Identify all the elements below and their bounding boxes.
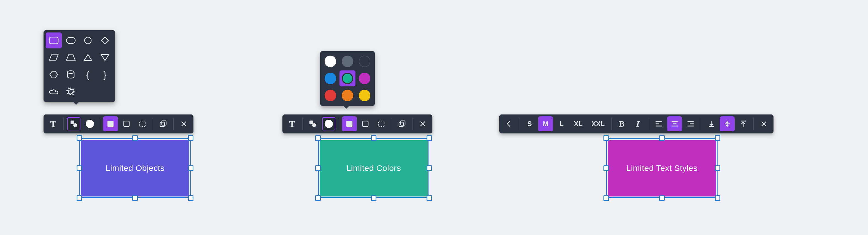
resize-handle-e[interactable] <box>427 165 432 171</box>
swatch-blue[interactable] <box>322 70 338 87</box>
separator <box>339 118 339 130</box>
resize-handle-n[interactable] <box>659 135 664 141</box>
duplicate-button[interactable] <box>156 116 170 131</box>
stroke-style-button[interactable] <box>119 116 134 131</box>
svg-point-12 <box>312 123 316 127</box>
dashed-style-button[interactable] <box>135 116 150 131</box>
delete-button[interactable] <box>176 116 191 131</box>
svg-rect-16 <box>399 122 403 127</box>
svg-rect-6 <box>107 121 114 127</box>
shape-inverted-triangle[interactable] <box>97 49 113 66</box>
resize-handle-sw[interactable] <box>603 195 609 201</box>
text-tool-button[interactable]: T <box>285 116 300 131</box>
fill-style-button[interactable] <box>103 116 118 131</box>
selected-object[interactable]: Limited Text Styles <box>606 138 717 198</box>
selected-object[interactable]: Limited Objects <box>80 138 191 198</box>
separator <box>392 118 392 130</box>
resize-handle-nw[interactable] <box>603 135 609 141</box>
shape-cloud[interactable] <box>46 83 62 100</box>
duplicate-button[interactable] <box>395 116 409 131</box>
separator <box>173 118 174 130</box>
delete-button[interactable] <box>415 116 430 131</box>
valign-middle-button[interactable] <box>720 116 735 131</box>
resize-handle-e[interactable] <box>188 165 193 171</box>
resize-handle-se[interactable] <box>427 195 432 201</box>
swatch-teal[interactable] <box>340 70 355 87</box>
size-xxl[interactable]: XXL <box>588 116 609 131</box>
size-l[interactable]: L <box>554 116 569 131</box>
svg-rect-9 <box>160 122 164 127</box>
resize-handle-ne[interactable] <box>427 135 432 141</box>
color-button[interactable] <box>321 116 336 131</box>
text-tool-button[interactable]: T <box>46 116 61 131</box>
resize-handle-sw[interactable] <box>315 195 321 201</box>
size-xl[interactable]: XL <box>570 116 587 131</box>
align-center-button[interactable] <box>667 116 682 131</box>
shapes-button[interactable] <box>305 116 320 131</box>
back-button[interactable] <box>501 116 517 131</box>
selected-object[interactable]: Limited Colors <box>318 138 429 198</box>
svg-rect-0 <box>49 37 58 44</box>
italic-button[interactable]: I <box>630 116 645 131</box>
swatch-dark[interactable] <box>356 54 373 69</box>
shape-circle[interactable] <box>80 32 96 48</box>
svg-point-3 <box>67 71 74 73</box>
size-s[interactable]: S <box>522 116 537 131</box>
shapes-button[interactable] <box>66 116 81 131</box>
resize-handle-n[interactable] <box>132 135 138 141</box>
shape-toolbar: T <box>43 114 193 133</box>
resize-handle-se[interactable] <box>188 195 193 201</box>
svg-rect-14 <box>363 121 368 127</box>
resize-handle-nw[interactable] <box>76 135 82 141</box>
swatch-white[interactable] <box>322 54 338 69</box>
text-toolbar: S M L XL XXL B I <box>499 114 774 133</box>
size-m[interactable]: M <box>538 116 553 131</box>
valign-bottom-button[interactable] <box>704 116 719 131</box>
valign-top-button[interactable] <box>736 116 751 131</box>
shapes-popover: { } <box>43 30 115 102</box>
shape-hexagon[interactable] <box>46 67 62 82</box>
stroke-style-button[interactable] <box>358 116 373 131</box>
resize-handle-n[interactable] <box>371 135 376 141</box>
align-right-button[interactable] <box>683 116 698 131</box>
resize-handle-s[interactable] <box>132 195 138 201</box>
shape-cylinder[interactable] <box>63 67 79 82</box>
align-left-button[interactable] <box>651 116 666 131</box>
color-button[interactable] <box>83 116 97 131</box>
shape-trapezoid[interactable] <box>63 49 79 66</box>
swatch-gray[interactable] <box>340 54 355 69</box>
resize-handle-sw[interactable] <box>76 195 82 201</box>
shape-capsule[interactable] <box>63 32 79 48</box>
swatch-magenta[interactable] <box>356 70 373 87</box>
resize-handle-se[interactable] <box>715 195 720 201</box>
resize-handle-ne[interactable] <box>715 135 720 141</box>
shape-rounded-rect[interactable] <box>46 32 62 48</box>
dashed-style-button[interactable] <box>374 116 389 131</box>
swatch-yellow[interactable] <box>356 88 373 103</box>
resize-handle-w[interactable] <box>315 165 321 171</box>
shape-triangle[interactable] <box>80 49 96 66</box>
svg-rect-13 <box>346 121 352 127</box>
separator <box>153 118 153 130</box>
shape-brace-left[interactable]: { <box>80 67 96 82</box>
resize-handle-w[interactable] <box>76 165 82 171</box>
resize-handle-w[interactable] <box>603 165 609 171</box>
separator <box>412 118 412 130</box>
shape-brace-right[interactable]: } <box>97 67 113 82</box>
shape-diamond[interactable] <box>97 32 113 48</box>
swatch-red[interactable] <box>322 88 338 103</box>
resize-handle-s[interactable] <box>659 195 664 201</box>
separator <box>519 118 520 130</box>
delete-button[interactable] <box>756 116 771 131</box>
object-label: Limited Colors <box>346 163 401 173</box>
resize-handle-nw[interactable] <box>315 135 321 141</box>
resize-handle-ne[interactable] <box>188 135 193 141</box>
swatch-orange[interactable] <box>340 88 355 103</box>
shape-burst[interactable] <box>63 83 79 100</box>
shape-parallelogram[interactable] <box>46 49 62 66</box>
svg-rect-4 <box>70 121 74 124</box>
bold-button[interactable]: B <box>615 116 629 131</box>
fill-style-button[interactable] <box>342 116 357 131</box>
resize-handle-e[interactable] <box>715 165 720 171</box>
resize-handle-s[interactable] <box>371 195 376 201</box>
